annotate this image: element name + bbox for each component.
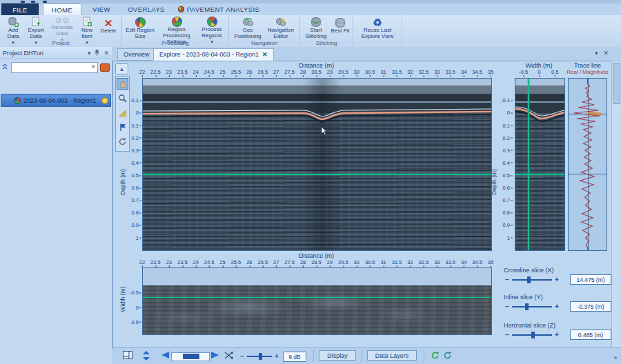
navigation-editor-button[interactable]: Navigation Editor bbox=[265, 17, 297, 40]
collapse-toolbar-button[interactable]: ▲ bbox=[115, 63, 128, 74]
quick-access-icon[interactable] bbox=[31, 1, 35, 3]
slider-thumb[interactable] bbox=[527, 276, 531, 283]
tab-pavement-analysis[interactable]: PAVEMENT ANALYSIS bbox=[174, 3, 264, 14]
axis-tick-label: 31.5 bbox=[392, 259, 402, 265]
best-fit-button[interactable]: Best Fit bbox=[331, 17, 350, 40]
close-tab-icon[interactable]: ✕ bbox=[262, 51, 268, 58]
relocate-data-button[interactable]: ⚙⚙ Relocate Data bbox=[48, 17, 76, 40]
data-layers-button[interactable]: Data Layers bbox=[367, 350, 417, 361]
horizontal-slice-line[interactable] bbox=[515, 174, 564, 175]
horizontal-slice-line[interactable] bbox=[143, 174, 491, 175]
geo-positioning-button[interactable]: Geo Positioning bbox=[232, 17, 264, 40]
refresh-teal-icon[interactable] bbox=[443, 351, 452, 360]
new-item-button[interactable]: New Item bbox=[77, 17, 97, 40]
gain-value[interactable]: 9 dB bbox=[283, 352, 306, 362]
inline-slice-line[interactable] bbox=[528, 79, 529, 250]
edit-region-size-button[interactable]: Edit Region Size bbox=[125, 17, 155, 40]
axis-tick-label: 33.5 bbox=[445, 69, 455, 75]
slider-track[interactable] bbox=[247, 356, 272, 357]
axis-tick-label: 25.5 bbox=[231, 69, 241, 75]
tab-file[interactable]: FILE bbox=[1, 3, 39, 16]
updown-arrows-icon[interactable] bbox=[142, 351, 150, 361]
axis-tick-label: 35 bbox=[488, 69, 493, 75]
tab-explore-region[interactable]: Explore - 2023-08-04-003 - Region1 ✕ bbox=[153, 48, 274, 61]
decrement-button[interactable]: − bbox=[504, 331, 511, 338]
chevron-down-icon[interactable]: ▾ bbox=[595, 50, 598, 57]
increment-button[interactable]: + bbox=[553, 303, 560, 310]
scroll-left-arrow[interactable] bbox=[160, 351, 169, 359]
slider-track[interactable] bbox=[512, 279, 552, 281]
axis-tick-label: 23.5 bbox=[177, 259, 188, 265]
axis-tick-label: -0.5 bbox=[519, 69, 528, 75]
inline-slice-value[interactable]: -0.375 (m) bbox=[570, 301, 611, 312]
decrement-button[interactable]: − bbox=[504, 276, 511, 283]
trace-plot[interactable] bbox=[568, 78, 607, 251]
region-pie-icon bbox=[14, 97, 21, 104]
ribbon-group-view: ♻ Reuse Last Explore View bbox=[353, 15, 402, 47]
axis-tick-label: 22 bbox=[139, 259, 145, 265]
axis-tick-label: 1 bbox=[136, 234, 139, 241]
tab-overlays[interactable]: OVERLAYS bbox=[123, 3, 170, 14]
ribbon-group-label: Processing bbox=[122, 40, 228, 46]
display-button[interactable]: Display bbox=[319, 350, 356, 361]
slider-thumb[interactable] bbox=[525, 303, 529, 310]
quick-access-icon[interactable] bbox=[43, 1, 47, 3]
expand-collapse-icons[interactable] bbox=[2, 63, 9, 72]
increment-button[interactable]: + bbox=[553, 331, 560, 338]
width-y-axis-title: Depth (m) bbox=[491, 163, 497, 201]
clear-search-icon[interactable]: ✕ bbox=[90, 63, 96, 70]
vertical-scrollbar[interactable] bbox=[611, 61, 621, 349]
bulb-icon[interactable] bbox=[101, 97, 108, 104]
quick-access-icon[interactable] bbox=[21, 1, 25, 3]
crossline-slice-slider: − + bbox=[504, 275, 560, 284]
axis-tick-label: 33 bbox=[434, 259, 440, 265]
axis-tick-label: 28.5 bbox=[311, 69, 322, 75]
slider-thumb[interactable] bbox=[259, 353, 262, 360]
decrement-button[interactable]: − bbox=[504, 303, 511, 310]
start-stitching-button[interactable]: Start Stitching bbox=[303, 17, 329, 40]
surface-reflection-lines bbox=[143, 79, 491, 250]
scrollbar-thumb[interactable] bbox=[183, 354, 199, 359]
axis-tick-label: 32 bbox=[407, 259, 413, 265]
chevron-down-icon[interactable]: ▾ bbox=[88, 50, 91, 57]
slider-track[interactable] bbox=[512, 334, 552, 336]
tab-overview[interactable]: Overview bbox=[117, 48, 156, 61]
add-data-button[interactable]: Add Data bbox=[3, 17, 23, 40]
ribbon-group-label: Navigation bbox=[229, 40, 299, 46]
pin-icon[interactable] bbox=[94, 49, 100, 57]
width-radargram-plot[interactable] bbox=[515, 78, 565, 251]
scrollbar-thumb[interactable] bbox=[613, 63, 620, 104]
axis-tick-label: 30 bbox=[354, 259, 359, 265]
axis-tick-label: 26.5 bbox=[257, 259, 268, 265]
resize-grip[interactable] bbox=[614, 356, 617, 359]
increment-button[interactable]: + bbox=[273, 352, 280, 360]
plan-view-plot[interactable] bbox=[142, 267, 492, 335]
crossline-slice-value[interactable]: 14.475 (m) bbox=[570, 274, 611, 285]
export-data-button[interactable]: Export Data bbox=[25, 17, 47, 40]
filter-icon[interactable] bbox=[100, 63, 110, 72]
delete-x-icon: ✕ bbox=[104, 17, 113, 28]
tab-view[interactable]: VIEW bbox=[86, 3, 117, 14]
horizontal-slice-value[interactable]: 0.485 (m) bbox=[570, 330, 611, 340]
position-scrollbar[interactable] bbox=[171, 352, 210, 361]
slider-track[interactable] bbox=[512, 306, 552, 307]
tree-item-region[interactable]: 2023-08-04-003 - Region1 bbox=[1, 94, 111, 107]
region-processing-settings-button[interactable]: Region Processing Settings bbox=[157, 17, 197, 40]
decrement-button[interactable]: − bbox=[239, 352, 246, 360]
process-regions-button[interactable]: Process Regions bbox=[198, 17, 226, 40]
plan-x-axis-title: Distance (m) bbox=[142, 252, 491, 259]
crossed-arrows-icon[interactable] bbox=[224, 351, 235, 360]
tab-home[interactable]: HOME bbox=[43, 3, 81, 15]
increment-button[interactable]: + bbox=[553, 276, 560, 283]
slider-thumb[interactable] bbox=[531, 332, 535, 338]
main-radargram-plot[interactable] bbox=[142, 78, 492, 251]
search-input[interactable]: ✕ bbox=[11, 62, 98, 73]
delete-button[interactable]: ✕ Delete bbox=[98, 17, 119, 40]
close-icon[interactable]: ✕ bbox=[103, 50, 109, 57]
close-icon[interactable]: ✕ bbox=[603, 50, 609, 57]
layout-preview-icon[interactable] bbox=[123, 351, 132, 359]
reuse-last-explore-view-button[interactable]: ♻ Reuse Last Explore View bbox=[356, 17, 399, 40]
refresh-green-icon[interactable] bbox=[431, 351, 440, 360]
inline-slice-line[interactable] bbox=[143, 297, 491, 299]
scroll-right-arrow[interactable] bbox=[211, 351, 220, 359]
